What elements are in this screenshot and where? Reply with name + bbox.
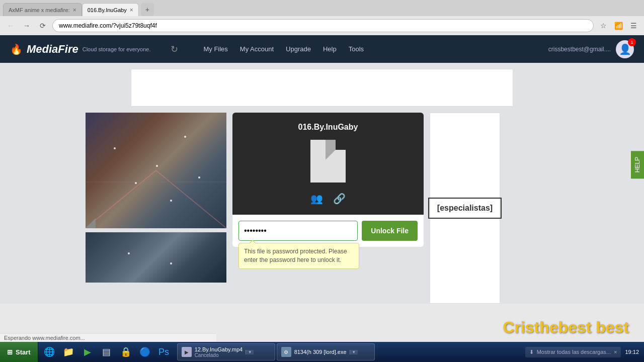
taskbar-folder-icon[interactable]: 📁 — [59, 343, 77, 361]
taskbar-cmd-icon[interactable]: ▤ — [98, 343, 116, 361]
download1-info: 12.By.InuGaby.mp4 Cancelado — [195, 346, 243, 358]
downloads-link-icon: ⬇ — [529, 349, 534, 355]
tooltip-text: This file is password protected. Please … — [244, 248, 347, 263]
start-label: Start — [16, 348, 31, 356]
photoshop-icon: Ps — [158, 347, 169, 357]
left-panel — [86, 113, 226, 304]
taskbar-chrome-icon[interactable]: 🔵 — [136, 343, 154, 361]
file-panel: 016.By.InuGaby 👥 🔗 Unlock File This file… — [232, 113, 424, 304]
help-tab[interactable]: HELP — [631, 151, 644, 178]
svg-line-1 — [156, 170, 226, 228]
header-right: crissbestbest@gmail.... 👤 1 — [548, 40, 634, 58]
downloads-close-icon[interactable]: × — [614, 349, 617, 355]
taskbar-media-icon[interactable]: ▶ — [78, 343, 97, 361]
windows-icon: ⊞ — [7, 348, 13, 356]
password-section: Unlock File This file is password protec… — [232, 215, 424, 247]
tab-1[interactable]: AxMF anime x mediafire: × — [3, 3, 82, 16]
download1-sub: Cancelado — [195, 352, 243, 358]
signal-icon: 📶 — [612, 19, 625, 32]
nav-tools[interactable]: Tools — [349, 45, 364, 53]
browser-chrome: AxMF anime x mediafire: × 016.By.InuGaby… — [0, 0, 644, 35]
lock-icon: 🔒 — [120, 346, 131, 357]
download2-info: 8134(h 309 [lord].exe — [294, 349, 347, 355]
new-tab-button[interactable]: + — [141, 3, 154, 16]
tab-1-close[interactable]: × — [73, 7, 76, 14]
reload-button[interactable]: ⟳ — [36, 19, 49, 32]
logo-icon: 🔥 — [10, 43, 23, 55]
tab-1-title: AxMF anime x mediafire: — [9, 7, 70, 13]
share-icon[interactable]: 👥 — [310, 193, 323, 205]
tab-2-title: 016.By.InuGaby — [88, 7, 127, 13]
thumbnail-image-1 — [86, 113, 226, 228]
clock: 19:12 — [625, 349, 639, 355]
right-panel: [especialistas] — [430, 113, 500, 304]
loading-spinner: ↻ — [171, 44, 178, 55]
tooltip-arrow-inner — [250, 241, 255, 243]
address-bar[interactable] — [52, 19, 594, 32]
folder-icon: 📁 — [63, 346, 74, 357]
file-icon — [310, 140, 346, 183]
taskbar-lock-icon[interactable]: 🔒 — [117, 343, 135, 361]
nav-help[interactable]: Help — [323, 45, 337, 53]
start-button[interactable]: ⊞ Start — [0, 342, 38, 362]
forward-button[interactable]: → — [20, 19, 33, 32]
taskbar-item-download1[interactable]: ▶ 12.By.InuGaby.mp4 Cancelado ▼ — [177, 343, 275, 360]
taskbar-photoshop-icon[interactable]: Ps — [155, 343, 173, 361]
thumbnail-arrow-1 — [86, 218, 96, 228]
tab-bar: AxMF anime x mediafire: × 016.By.InuGaby… — [0, 0, 644, 16]
downloads-link[interactable]: ⬇ Mostrar todas las descargas... × — [525, 347, 621, 357]
ie-icon: 🌐 — [44, 346, 55, 357]
taskbar: ⊞ Start 🌐 📁 ▶ ▤ 🔒 🔵 Ps ▶ 12.B — [0, 342, 644, 362]
taskbar-item-download2[interactable]: ⚙ 8134(h 309 [lord].exe ▼ — [277, 343, 375, 360]
content-row: 016.By.InuGaby 👥 🔗 Unlock File This file… — [0, 113, 644, 304]
unlock-file-button[interactable]: Unlock File — [362, 221, 418, 241]
file-actions: 👥 🔗 — [310, 193, 346, 205]
download1-title: 12.By.InuGaby.mp4 — [195, 346, 243, 352]
nav-upgrade[interactable]: Upgrade — [286, 45, 311, 53]
file-title: 016.By.InuGaby — [298, 123, 358, 132]
main-nav: My Files My Account Upgrade Help Tools — [203, 45, 364, 53]
bookmark-button[interactable]: ☆ — [597, 19, 610, 32]
chrome-icon: 🔵 — [139, 346, 150, 357]
overlay-text: Cristhebest best — [503, 318, 629, 337]
notification-badge: 1 — [628, 38, 636, 46]
nav-my-files[interactable]: My Files — [203, 45, 227, 53]
cmd-icon: ▤ — [102, 346, 111, 357]
back-button[interactable]: ← — [4, 19, 17, 32]
status-text: Esperando www.mediafire.com... — [4, 335, 85, 341]
thumbnail-1 — [86, 113, 226, 228]
taskbar-right: ⬇ Mostrar todas las descargas... × 19:12 — [520, 342, 644, 362]
thumbnail-image-2 — [86, 232, 226, 283]
avatar[interactable]: 👤 1 — [616, 40, 634, 58]
tab-2[interactable]: 016.By.InuGaby × — [82, 3, 139, 16]
user-email: crissbestbest@gmail.... — [548, 46, 611, 53]
download2-title: 8134(h 309 [lord].exe — [294, 349, 347, 355]
media-icon: ▶ — [84, 346, 91, 357]
download1-icon: ▶ — [182, 347, 192, 357]
taskbar-apps: 🌐 📁 ▶ ▤ 🔒 🔵 Ps — [38, 342, 175, 362]
status-bar: Esperando www.mediafire.com... — [0, 333, 216, 342]
ad-banner — [131, 69, 513, 107]
taskbar-ie-icon[interactable]: 🌐 — [40, 343, 58, 361]
download2-icon: ⚙ — [281, 347, 291, 357]
mediafire-header: 🔥 MediaFire Cloud storage for everyone. … — [0, 35, 644, 63]
password-row: Unlock File — [238, 221, 418, 241]
nav-my-account[interactable]: My Account — [240, 45, 274, 53]
download2-arrow[interactable]: ▼ — [350, 350, 358, 354]
nav-icons: ☆ 📶 ☰ — [597, 19, 640, 32]
download1-arrow[interactable]: ▼ — [246, 350, 254, 354]
main-content: 016.By.InuGaby 👥 🔗 Unlock File This file… — [0, 63, 644, 304]
downloads-link-text: Mostrar todas las descargas... — [537, 349, 611, 355]
menu-button[interactable]: ☰ — [627, 19, 640, 32]
taskbar-items: ▶ 12.By.InuGaby.mp4 Cancelado ▼ ⚙ 8134(h… — [175, 342, 377, 362]
time-display: 19:12 — [625, 349, 639, 355]
password-tooltip: This file is password protected. Please … — [238, 243, 359, 269]
file-card: 016.By.InuGaby 👥 🔗 — [232, 113, 424, 215]
link-icon[interactable]: 🔗 — [333, 193, 346, 205]
tab-2-close[interactable]: × — [130, 7, 133, 14]
mediafire-logo: 🔥 MediaFire Cloud storage for everyone. — [10, 43, 150, 56]
logo-sub: Cloud storage for everyone. — [83, 46, 151, 52]
thumbnail-2 — [86, 232, 226, 283]
password-input[interactable] — [238, 221, 358, 241]
svg-line-0 — [86, 170, 156, 228]
